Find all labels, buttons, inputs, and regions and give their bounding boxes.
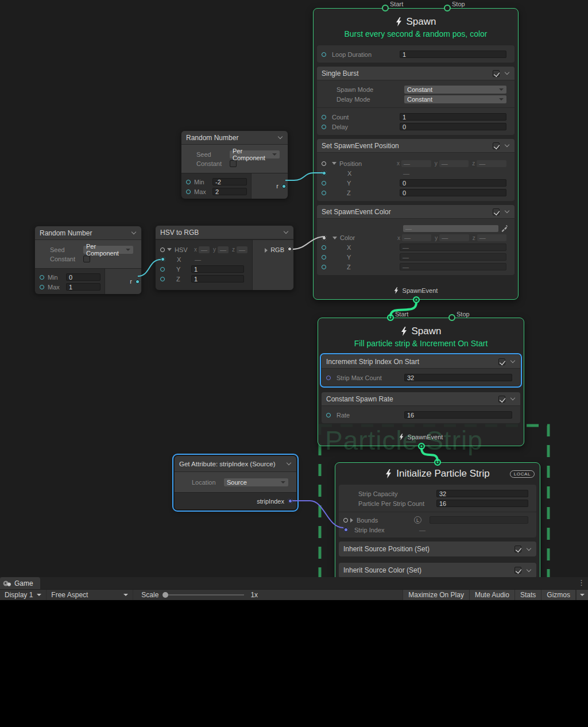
chevron-down-icon[interactable] — [505, 208, 509, 213]
kebab-menu-icon[interactable]: ⋮ — [578, 578, 585, 587]
block-init-settings[interactable]: Strip Capacity 32 Particle Per Strip Cou… — [339, 485, 536, 537]
expander-icon[interactable] — [265, 248, 268, 253]
block-loop-duration[interactable]: Loop Duration 1 — [317, 45, 514, 63]
random-output-port[interactable] — [135, 279, 140, 284]
min-port[interactable] — [186, 180, 191, 184]
expander-icon[interactable] — [332, 237, 337, 239]
count-port[interactable] — [322, 115, 326, 119]
max-port[interactable] — [40, 285, 44, 289]
color-x-port[interactable] — [322, 245, 326, 250]
seed-dropdown[interactable]: Per Component — [83, 246, 133, 254]
context-title[interactable]: Spawn — [314, 14, 518, 29]
inherit-color-checkbox[interactable] — [514, 567, 521, 574]
display-dropdown[interactable]: Display 1 — [0, 590, 46, 601]
hsv-to-rgb-node[interactable]: HSV to RGB HSV x— y— z— X — Y 1 — [155, 225, 294, 290]
max-field[interactable]: 2 — [212, 188, 247, 195]
eyedropper-icon[interactable] — [501, 225, 508, 232]
set-color-enabled-checkbox[interactable] — [493, 208, 500, 215]
max-field[interactable]: 1 — [66, 283, 100, 291]
strip-capacity-field[interactable]: 32 — [436, 490, 528, 497]
expander-icon[interactable] — [332, 162, 336, 165]
hsv-z-mini[interactable]: — — [237, 246, 247, 253]
chevron-down-icon[interactable] — [527, 567, 531, 571]
vfx-graph-canvas[interactable]: Start Stop Spawn Burst every second & ra… — [0, 0, 588, 577]
position-y-port[interactable] — [322, 181, 326, 185]
spawn-mode-dropdown[interactable]: Constant — [404, 86, 506, 94]
hsv-x-mini[interactable]: — — [199, 246, 210, 253]
flow-port-stop[interactable] — [448, 314, 455, 321]
constant-checkbox[interactable] — [230, 160, 237, 167]
min-field[interactable]: -2 — [212, 178, 247, 185]
local-space-badge[interactable]: LOCAL — [510, 470, 535, 478]
hsv-y-field[interactable]: 1 — [191, 265, 244, 273]
chevron-down-icon[interactable] — [510, 358, 515, 363]
tab-game[interactable]: Game — [0, 577, 40, 589]
block-inherit-source-position[interactable]: Inherit Source Position (Set) — [339, 542, 536, 556]
scale-slider[interactable] — [165, 594, 244, 595]
particle-per-strip-field[interactable]: 16 — [436, 500, 528, 507]
flow-port-in[interactable] — [434, 459, 441, 466]
strip-max-count-port[interactable] — [326, 376, 331, 380]
chevron-down-icon[interactable] — [131, 230, 136, 234]
chevron-down-icon[interactable] — [287, 461, 291, 465]
position-z-field[interactable]: 0 — [400, 189, 506, 196]
block-single-burst[interactable]: Single Burst Spawn Mode Constant Delay M… — [317, 67, 514, 135]
constant-checkbox[interactable] — [83, 256, 90, 262]
chevron-down-icon[interactable] — [505, 70, 509, 75]
flow-port-start[interactable] — [382, 5, 389, 11]
random-number-node-1[interactable]: Random Number Seed Per Component Constan… — [181, 130, 288, 198]
rgb-output-port[interactable] — [287, 246, 292, 252]
chevron-down-icon[interactable] — [278, 134, 283, 139]
set-position-enabled-checkbox[interactable] — [493, 142, 500, 149]
stats-button[interactable]: Stats — [514, 590, 541, 601]
maximize-on-play-button[interactable]: Maximize On Play — [403, 590, 469, 601]
strip-max-count-field[interactable]: 32 — [404, 374, 512, 381]
block-inherit-source-color[interactable]: Inherit Source Color (Set) — [339, 563, 536, 577]
chevron-down-icon[interactable] — [510, 396, 515, 400]
single-burst-enabled-checkbox[interactable] — [493, 70, 500, 77]
flow-port-spawnevent-out[interactable] — [413, 296, 420, 303]
block-set-spawnevent-position[interactable]: Set SpawnEvent Position Position x— y— z… — [317, 139, 514, 201]
hsv-z-field[interactable]: 1 — [191, 275, 244, 283]
color-swatch[interactable]: — — [403, 225, 498, 232]
location-dropdown[interactable]: Source — [224, 478, 288, 486]
flow-port-start[interactable] — [387, 314, 394, 321]
hsv-input-port[interactable] — [160, 248, 165, 252]
delay-field[interactable]: 0 — [400, 123, 506, 130]
stripindex-output-port[interactable] — [288, 498, 293, 504]
strip-index-port[interactable] — [343, 527, 349, 532]
chevron-down-icon[interactable] — [505, 142, 509, 147]
chevron-down-icon[interactable] — [527, 546, 531, 550]
color-y-port[interactable] — [322, 255, 326, 260]
color-z-port[interactable] — [322, 265, 326, 269]
random-output-port[interactable] — [281, 184, 287, 189]
hsv-y-port[interactable] — [160, 267, 165, 272]
loop-duration-field[interactable]: 1 — [400, 51, 506, 58]
get-attribute-node[interactable]: Get Attribute: stripIndex (Source) Locat… — [174, 455, 297, 510]
loop-duration-port[interactable] — [322, 52, 326, 57]
position-z-port[interactable] — [322, 191, 326, 195]
color-x-mini[interactable]: — — [402, 234, 431, 241]
color-z-mini[interactable]: — — [477, 234, 506, 241]
chevron-down-icon[interactable] — [284, 229, 288, 234]
gizmos-dropdown-arrow[interactable] — [576, 590, 588, 601]
position-z-mini[interactable]: — — [477, 160, 506, 167]
rate-port[interactable] — [326, 413, 331, 417]
increment-enabled-checkbox[interactable] — [498, 358, 505, 365]
seed-dropdown[interactable]: Per Component — [230, 150, 280, 158]
hsv-x-port[interactable] — [160, 257, 165, 262]
scale-slider-handle[interactable] — [163, 592, 168, 598]
inherit-position-checkbox[interactable] — [514, 546, 521, 552]
color-y-mini[interactable]: — — [439, 234, 469, 241]
block-increment-strip-index[interactable]: Increment Strip Index On Start Strip Max… — [322, 355, 520, 386]
local-space-icon[interactable]: L — [414, 516, 421, 524]
random-number-node-2[interactable]: Random Number Seed Per Component Constan… — [34, 226, 142, 293]
expander-icon[interactable] — [167, 248, 172, 251]
min-port[interactable] — [40, 275, 44, 280]
flow-port-stop[interactable] — [444, 5, 451, 11]
flow-port-spawnevent-out[interactable] — [418, 443, 425, 450]
max-port[interactable] — [186, 190, 191, 194]
delay-mode-dropdown[interactable]: Constant — [404, 95, 506, 103]
position-y-field[interactable]: 0 — [400, 179, 506, 187]
block-set-spawnevent-color[interactable]: Set SpawnEvent Color — Color x— y— — [317, 205, 514, 275]
